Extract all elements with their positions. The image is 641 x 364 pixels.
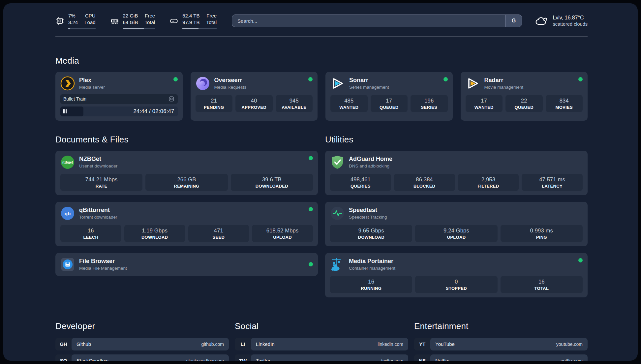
status-dot (173, 77, 178, 81)
cpu-stat: 7% 3.24 CPU Load (55, 13, 96, 29)
system-stats: 7% 3.24 CPU Load (55, 13, 217, 29)
stat-upload: 618.52 Mbps UPLOAD (252, 225, 313, 242)
link-twitter[interactable]: TW Twitter twitter.com (235, 354, 408, 361)
cpu-label-2: Load (84, 19, 95, 26)
link-youtube[interactable]: YT YouTube youtube.com (414, 338, 588, 350)
stat-queued: 17 QUEUED (371, 95, 408, 112)
cpu-value-2: 3.24 (68, 19, 78, 26)
card-qbittorrent: qb qBittorrent Torrent downloader 16 LEE… (55, 202, 318, 246)
utilities-column: Utilities (325, 135, 588, 304)
disk-label-1: Free (206, 13, 217, 19)
radarr-link[interactable]: Radarr Movie management (466, 76, 524, 91)
stat-download: 9.65 Gbps DOWNLOAD (330, 225, 412, 242)
link-url: stackoverflow.com (186, 358, 224, 361)
stat-wanted: 17 WANTED (466, 95, 503, 112)
nzbget-icon: nzbget (60, 155, 75, 169)
stat-stopped: 0 STOPPED (415, 276, 497, 293)
link-url: youtube.com (556, 342, 583, 347)
cpu-value-1: 7% (68, 13, 78, 19)
link-name: Netflix (435, 358, 449, 361)
stat-wanted: 485 WANTED (330, 95, 368, 112)
service-subtitle: Container management (349, 266, 395, 271)
disk-value-1: 52.4 TB (182, 13, 199, 19)
plex-icon (60, 76, 75, 91)
card-nzbget: nzbget NZBGet Usenet downloader 744.21 M… (55, 151, 318, 195)
playback-time: 24:44 / 02:06:47 (133, 106, 174, 116)
status-dot (443, 77, 448, 81)
stat-leech: 16 LEECH (60, 225, 121, 242)
stat-blocked: 86,384 BLOCKED (394, 174, 455, 191)
ram-value-1: 22 GiB (123, 13, 138, 19)
stat-pending: 21 PENDING (196, 95, 233, 112)
link-url: github.com (201, 342, 224, 347)
link-group-developer: Developer GH Github github.com SO StackO… (55, 321, 229, 361)
service-subtitle: Torrent downloader (79, 215, 117, 220)
stat-queries: 498,461 QUERIES (330, 174, 391, 191)
filebrowser-icon (60, 257, 75, 272)
link-abbr: YT (414, 338, 430, 350)
disk-progress-bar (182, 28, 217, 29)
link-abbr: NF (414, 354, 430, 361)
link-name: LinkedIn (256, 341, 275, 347)
search-input[interactable] (232, 15, 505, 27)
stat-filtered: 2,953 FILTERED (458, 174, 519, 191)
section-title-media: Media (55, 56, 588, 66)
cloud-icon (535, 15, 548, 26)
service-name: Media Portainer (349, 258, 395, 265)
nzbget-link[interactable]: nzbget NZBGet Usenet downloader (60, 155, 117, 169)
weather-condition: scattered clouds (553, 21, 588, 27)
service-name: Plex (79, 77, 105, 84)
now-playing-title-row: Bullet Train (60, 94, 178, 104)
pause-icon[interactable] (63, 109, 67, 113)
link-stackoverflow[interactable]: SO StackOverflow stackoverflow.com (55, 354, 229, 361)
sonarr-link[interactable]: Sonarr Series management (330, 76, 389, 91)
link-github[interactable]: GH Github github.com (55, 338, 229, 350)
top-bar: 7% 3.24 CPU Load (55, 13, 588, 29)
stat-movies: 834 MOVIES (546, 95, 583, 112)
stat-remaining: 266 GB REMAINING (145, 174, 228, 191)
link-group-social: Social LI LinkedIn linkedin.com TW Twitt… (235, 321, 408, 361)
speedtest-link[interactable]: Speedtest Speedtest Tracking (330, 206, 387, 221)
stat-available: 945 AVAILABLE (276, 95, 313, 112)
qbittorrent-link[interactable]: qb qBittorrent Torrent downloader (60, 206, 117, 221)
card-adguard: AdGuard Home DNS and adblocking 498,461 … (325, 151, 588, 195)
overseerr-link[interactable]: Overseerr Media Requests (196, 76, 247, 91)
ram-progress-bar (123, 28, 155, 29)
status-dot (308, 77, 313, 81)
session-icon[interactable] (168, 96, 175, 102)
ram-icon (110, 16, 119, 25)
search-bar: G (232, 15, 522, 27)
header-divider (55, 37, 588, 37)
overseerr-icon (196, 76, 210, 91)
service-subtitle: Media server (79, 85, 105, 90)
status-dot (309, 156, 313, 160)
stat-upload: 9.24 Gbps UPLOAD (415, 225, 497, 242)
card-overseerr: Overseerr Media Requests 21 PENDING 40 A… (191, 72, 318, 121)
search-engine-button[interactable]: G (505, 15, 522, 27)
status-dot (578, 77, 583, 81)
plex-now-playing: Bullet Train 24:44 / 02:06:47 (60, 94, 178, 116)
filebrowser-link[interactable]: File Browser Media File Management (60, 257, 127, 272)
dashboard: 7% 3.24 CPU Load (3, 3, 638, 361)
documents-column: Documents & Files nzbget NZBGet Usenet d… (55, 135, 318, 304)
stat-series: 196 SERIES (411, 95, 448, 112)
section-title-social: Social (235, 321, 408, 331)
portainer-link[interactable]: Media Portainer Container management (330, 257, 395, 272)
service-subtitle: DNS and adblocking (349, 164, 392, 168)
card-filebrowser: File Browser Media File Management (55, 253, 318, 276)
ram-label-2: Total (144, 19, 155, 26)
plex-link[interactable]: Plex Media server (60, 76, 105, 91)
adguard-link[interactable]: AdGuard Home DNS and adblocking (330, 155, 392, 169)
speedtest-icon (330, 206, 345, 221)
link-abbr: LI (235, 338, 251, 350)
card-speedtest: Speedtest Speedtest Tracking 9.65 Gbps D… (325, 202, 588, 246)
link-group-entertainment: Entertainment YT YouTube youtube.com NF … (414, 321, 588, 361)
weather-location-temp: Lviv, 16.87°C (553, 15, 588, 21)
disk-value-2: 97.9 TB (182, 19, 199, 26)
svg-text:qb: qb (65, 210, 71, 216)
ram-stat: 22 GiB 64 GiB Free Total (110, 13, 155, 29)
link-linkedin[interactable]: LI LinkedIn linkedin.com (235, 338, 408, 350)
link-netflix[interactable]: NF Netflix netflix.com (414, 354, 588, 361)
link-name: YouTube (435, 341, 455, 347)
link-url: linkedin.com (378, 342, 403, 347)
